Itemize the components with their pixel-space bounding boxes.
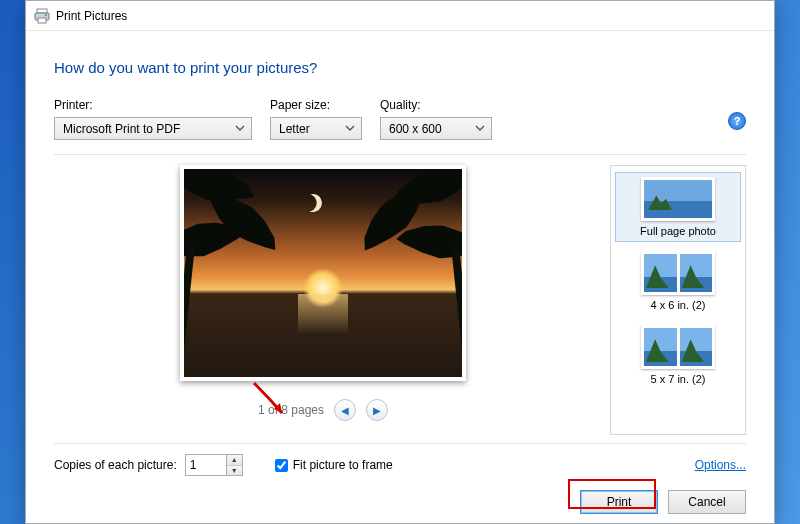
copies-spinner: ▲ ▼ bbox=[185, 454, 243, 476]
cancel-button[interactable]: Cancel bbox=[668, 490, 746, 514]
printer-label: Printer: bbox=[54, 98, 252, 112]
preview-pane: 1 of 8 pages ◀ ▶ bbox=[54, 165, 592, 435]
quality-label: Quality: bbox=[380, 98, 492, 112]
copies-down-button[interactable]: ▼ bbox=[227, 466, 242, 476]
layout-label: 4 x 6 in. (2) bbox=[650, 299, 705, 311]
print-pictures-dialog: Print Pictures How do you want to print … bbox=[25, 0, 775, 524]
copies-label: Copies of each picture: bbox=[54, 458, 177, 472]
title-bar: Print Pictures bbox=[26, 1, 774, 31]
fit-to-frame-checkbox[interactable] bbox=[275, 459, 288, 472]
print-settings-row: Printer: Microsoft Print to PDF Paper si… bbox=[26, 98, 774, 150]
quality-dropdown[interactable]: 600 x 600 bbox=[380, 117, 492, 140]
svg-rect-2 bbox=[38, 18, 46, 23]
layout-label: Full page photo bbox=[640, 225, 716, 237]
layout-list[interactable]: Full page photo 4 x 6 in. (2) 5 x 7 in. … bbox=[610, 165, 746, 435]
chevron-down-icon bbox=[345, 122, 355, 136]
page-navigator: 1 of 8 pages ◀ ▶ bbox=[258, 399, 388, 421]
dialog-buttons: Print Cancel bbox=[26, 476, 774, 514]
printer-value: Microsoft Print to PDF bbox=[63, 122, 180, 136]
page-indicator: 1 of 8 pages bbox=[258, 403, 324, 417]
paper-size-dropdown[interactable]: Letter bbox=[270, 117, 362, 140]
printer-dropdown[interactable]: Microsoft Print to PDF bbox=[54, 117, 252, 140]
printer-icon bbox=[34, 8, 50, 24]
prev-page-button[interactable]: ◀ bbox=[334, 399, 356, 421]
svg-point-3 bbox=[45, 14, 47, 16]
print-button[interactable]: Print bbox=[580, 490, 658, 514]
quality-value: 600 x 600 bbox=[389, 122, 442, 136]
paper-size-label: Paper size: bbox=[270, 98, 362, 112]
fit-to-frame-control[interactable]: Fit picture to frame bbox=[275, 458, 393, 472]
copies-input[interactable] bbox=[185, 454, 227, 476]
layout-thumb bbox=[641, 251, 715, 295]
paper-size-value: Letter bbox=[279, 122, 310, 136]
layout-item-5x7[interactable]: 5 x 7 in. (2) bbox=[615, 320, 741, 390]
layout-thumb bbox=[641, 177, 715, 221]
chevron-down-icon bbox=[235, 122, 245, 136]
window-title: Print Pictures bbox=[56, 9, 127, 23]
svg-rect-0 bbox=[37, 9, 47, 13]
chevron-down-icon bbox=[475, 122, 485, 136]
copies-up-button[interactable]: ▲ bbox=[227, 455, 242, 466]
layout-item-4x6[interactable]: 4 x 6 in. (2) bbox=[615, 246, 741, 316]
layout-item-full-page[interactable]: Full page photo bbox=[615, 172, 741, 242]
heading-text: How do you want to print your pictures? bbox=[26, 31, 774, 98]
copies-row: Copies of each picture: ▲ ▼ Fit picture … bbox=[26, 444, 774, 476]
help-button[interactable]: ? bbox=[728, 112, 746, 130]
options-link[interactable]: Options... bbox=[695, 458, 746, 472]
layout-thumb bbox=[641, 325, 715, 369]
next-page-button[interactable]: ▶ bbox=[366, 399, 388, 421]
layout-label: 5 x 7 in. (2) bbox=[650, 373, 705, 385]
preview-image bbox=[180, 165, 466, 381]
fit-to-frame-label: Fit picture to frame bbox=[293, 458, 393, 472]
main-area: 1 of 8 pages ◀ ▶ Full page photo 4 x 6 i… bbox=[26, 155, 774, 435]
